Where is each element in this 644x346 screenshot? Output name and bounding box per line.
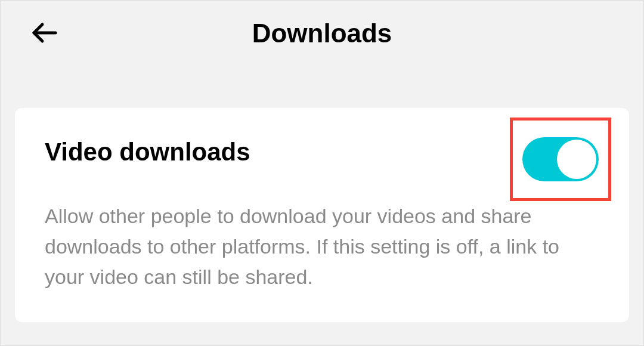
toggle-knob — [557, 140, 596, 179]
back-button[interactable] — [30, 18, 59, 47]
arrow-left-icon — [30, 18, 59, 47]
toggle-highlight-box — [510, 118, 611, 201]
video-downloads-toggle[interactable] — [522, 137, 599, 181]
setting-description: Allow other people to download your vide… — [45, 201, 593, 292]
page-title: Downloads — [30, 18, 614, 48]
header: Downloads — [1, 1, 643, 72]
setting-text-group: Video downloads — [45, 138, 250, 184]
video-downloads-setting: Video downloads — [45, 138, 599, 201]
settings-card: Video downloads Allow other people to do… — [15, 108, 629, 322]
setting-title: Video downloads — [45, 138, 250, 166]
